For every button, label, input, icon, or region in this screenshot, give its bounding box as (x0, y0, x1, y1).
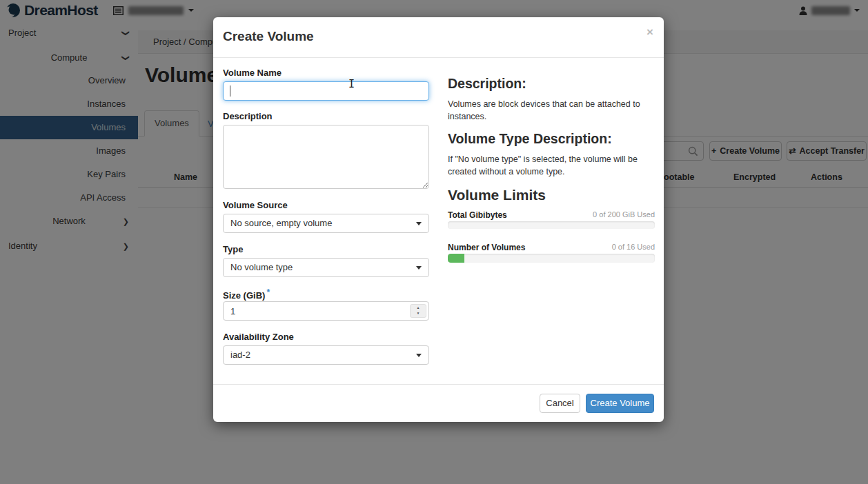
text-caret (230, 85, 230, 97)
gibibytes-limit-row: Total Gibibytes 0 of 200 GiB Used (448, 210, 655, 231)
availability-zone-select[interactable]: iad-2 (223, 345, 429, 365)
volume-source-field-wrap: No source, empty volume (223, 214, 429, 233)
volume-source-group: Volume Source (223, 200, 429, 210)
type-group: Type (223, 244, 429, 254)
volumes-progress-bar (448, 254, 655, 263)
volume-name-field-wrap (223, 81, 429, 101)
caret-down-icon (416, 266, 422, 270)
create-volume-submit-button[interactable]: Create Volume (586, 394, 654, 413)
description-group: Description (223, 111, 429, 121)
volume-source-select[interactable]: No source, empty volume (223, 214, 429, 233)
modal-footer: Cancel Create Volume (213, 384, 664, 422)
gibibytes-usage: 0 of 200 GiB Used (593, 210, 655, 219)
size-input[interactable] (223, 301, 429, 321)
description-label: Description (223, 111, 429, 121)
size-label: Size (GiB)* (223, 288, 429, 301)
required-asterisk: * (266, 288, 270, 297)
spinner-up-icon[interactable]: ▲ (411, 305, 426, 310)
caret-down-icon (416, 222, 422, 225)
availability-zone-field-wrap: iad-2 (223, 345, 429, 365)
volume-type-description-heading: Volume Type Description: (448, 131, 655, 147)
volume-source-label: Volume Source (223, 200, 429, 210)
volumes-progress-fill (448, 254, 464, 263)
type-label: Type (223, 244, 429, 254)
gibibytes-progress-bar (448, 221, 655, 229)
close-icon[interactable]: × (647, 26, 653, 39)
volumes-count-label: Number of Volumes (448, 243, 525, 252)
description-help-text: Volumes are block devices that can be at… (448, 98, 655, 123)
app-window: DreamHost Project ❯ Co (0, 0, 868, 484)
description-heading: Description: (448, 76, 655, 92)
size-group: Size (GiB)* (223, 288, 429, 301)
type-field-wrap: No volume type (223, 258, 429, 277)
modal-title: Create Volume (223, 29, 314, 44)
volume-name-group: Volume Name (223, 68, 429, 78)
cancel-button[interactable]: Cancel (540, 394, 580, 413)
volume-name-input[interactable] (223, 81, 429, 101)
volume-type-help-text: If "No volume type" is selected, the vol… (448, 153, 655, 178)
caret-down-icon (416, 354, 422, 357)
create-volume-modal: Create Volume × Volume Name I Descriptio… (213, 17, 664, 422)
availability-zone-label: Availability Zone (223, 332, 429, 342)
availability-zone-group: Availability Zone (223, 332, 429, 342)
modal-header: Create Volume × (213, 17, 664, 58)
type-select[interactable]: No volume type (223, 258, 429, 277)
description-field-wrap (223, 125, 429, 192)
spinner-down-icon[interactable]: ▼ (411, 310, 426, 316)
volumes-count-usage: 0 of 16 Used (612, 243, 655, 251)
description-textarea[interactable] (223, 125, 429, 189)
size-field-wrap: ▲ ▼ (223, 301, 429, 321)
volumes-limit-row: Number of Volumes 0 of 16 Used (448, 243, 655, 263)
volume-limits-heading: Volume Limits (448, 187, 655, 203)
number-spinner[interactable]: ▲ ▼ (410, 304, 426, 318)
volume-name-label: Volume Name (223, 68, 429, 78)
gibibytes-label: Total Gibibytes (448, 210, 507, 220)
